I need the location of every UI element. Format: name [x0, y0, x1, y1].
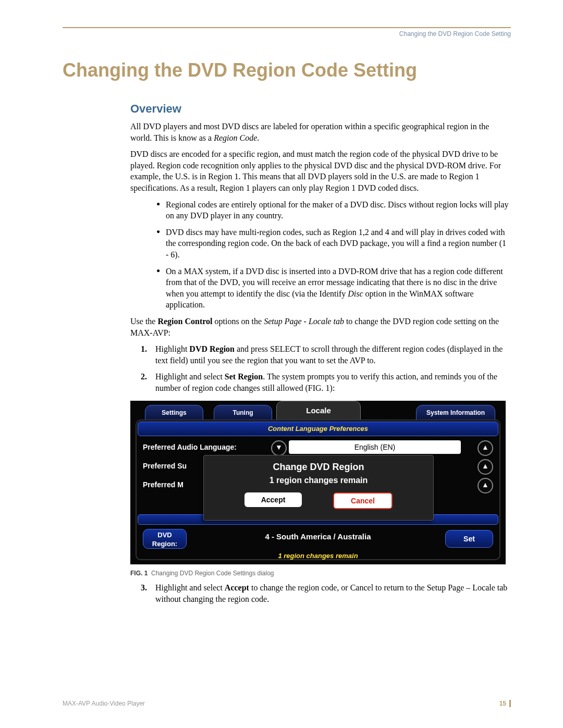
section-overview-title: Overview [130, 102, 511, 116]
list-item: Highlight and select Set Region. The sys… [141, 371, 511, 393]
text: Highlight and select [155, 583, 225, 592]
paragraph-2: DVD discs are encoded for a specific reg… [63, 149, 511, 193]
label-preferred-menu: Preferred M [143, 477, 183, 492]
dropdown-icon[interactable]: ▼ [271, 440, 287, 456]
label-preferred-audio: Preferred Audio Language: [143, 439, 237, 455]
text: options on the [212, 317, 264, 326]
text-italic: Setup Page - Locale tab [264, 317, 344, 326]
paragraph-1: All DVD players and most DVD discs are l… [63, 121, 511, 143]
label-dvd-region: DVD Region: [143, 529, 187, 549]
bullet-list: Regional codes are entirely optional for… [63, 199, 511, 311]
figure-label: FIG. 1 [130, 570, 148, 577]
text-bold: Accept [225, 583, 249, 592]
text: . [257, 133, 259, 142]
device-screen: Settings Tuning Locale System Informatio… [130, 401, 506, 564]
row-dvd-region: DVD Region: 4 - South America / Australi… [143, 529, 493, 550]
footer-doc-title: MAX-AVP Audio-Video Player [63, 700, 145, 707]
set-button[interactable]: Set [445, 530, 493, 548]
dialog-subtitle: 1 region changes remain [204, 476, 433, 485]
list-item: Highlight and select Accept to change th… [141, 582, 511, 604]
section-bar-content-language: Content Language Preferences [138, 422, 498, 436]
text-italic: Region Code [214, 133, 257, 142]
field-dvd-region-value[interactable]: 4 - South America / Australia [205, 532, 431, 541]
text-italic: Disc [348, 289, 363, 298]
running-head: Changing the DVD Region Code Setting [63, 30, 511, 38]
text-bold: Set Region [225, 372, 263, 381]
chapter-title: Changing the DVD Region Code Setting [63, 59, 511, 81]
text-bold: Region Control [157, 317, 212, 326]
status-region-changes-remain: 1 region changes remain [130, 552, 506, 560]
list-item: Regional codes are entirely optional for… [156, 199, 511, 221]
tab-tuning[interactable]: Tuning [214, 405, 272, 421]
up-arrow-icon[interactable]: ▲ [478, 440, 493, 456]
figure-caption-text: Changing DVD Region Code Settings dialog [151, 570, 274, 577]
text-bold: DVD Region [189, 344, 235, 353]
list-item: Highlight DVD Region and press SELECT to… [141, 343, 511, 366]
ordered-steps-continued: Highlight and select Accept to change th… [63, 582, 511, 604]
ordered-steps: Highlight DVD Region and press SELECT to… [63, 343, 511, 393]
page-footer: MAX-AVP Audio-Video Player 15 [63, 700, 511, 707]
cancel-button[interactable]: Cancel [333, 492, 393, 509]
text: Highlight and select [155, 372, 225, 381]
figure-caption: FIG. 1 Changing DVD Region Code Settings… [130, 570, 511, 577]
list-item: DVD discs may have multi-region codes, s… [156, 227, 511, 261]
figure-1: Settings Tuning Locale System Informatio… [130, 401, 506, 564]
text: Use the [130, 317, 157, 326]
footer-page-number: 15 [499, 700, 511, 707]
text: DVD [157, 531, 172, 539]
tab-locale[interactable]: Locale [276, 401, 361, 421]
top-rule [63, 27, 511, 28]
accept-button[interactable]: Accept [244, 492, 302, 507]
text: Region: [152, 540, 177, 548]
dialog-title: Change DVD Region [204, 462, 433, 473]
label-preferred-subtitle: Preferred Su [143, 458, 187, 474]
list-item: On a MAX system, if a DVD disc is insert… [156, 266, 511, 311]
tab-system-information[interactable]: System Information [416, 405, 495, 421]
text: All DVD players and most DVD discs are l… [130, 122, 489, 142]
up-arrow-icon[interactable]: ▲ [478, 478, 493, 493]
paragraph-3: Use the Region Control options on the Se… [63, 316, 511, 338]
tab-settings[interactable]: Settings [145, 405, 203, 421]
row-preferred-audio: Preferred Audio Language: ▼ English (EN)… [143, 439, 493, 455]
dialog-buttons: Accept Cancel [204, 492, 433, 509]
text: Highlight [155, 344, 189, 353]
dialog-change-dvd-region: Change DVD Region 1 region changes remai… [203, 455, 434, 521]
field-preferred-audio[interactable]: English (EN) [289, 440, 461, 454]
up-arrow-icon[interactable]: ▲ [478, 459, 493, 475]
